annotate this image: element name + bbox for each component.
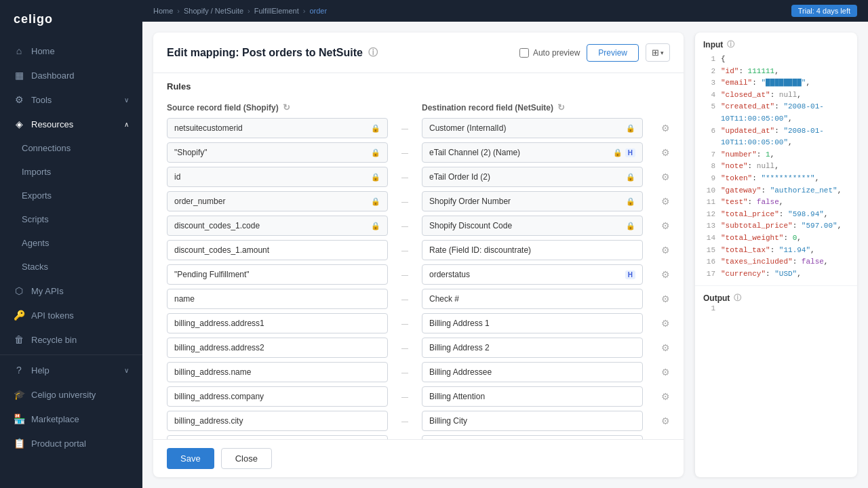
sidebar-item-exports[interactable]: Exports bbox=[0, 184, 142, 207]
trial-button[interactable]: Trial: 4 days left bbox=[791, 5, 857, 17]
gear-icon[interactable]: ⚙ bbox=[661, 123, 670, 134]
title-help-icon[interactable]: ⓘ bbox=[368, 47, 378, 59]
dest-field[interactable]: eTail Order Id (2) 🔒 bbox=[422, 167, 643, 187]
gear-icon[interactable]: ⚙ bbox=[661, 318, 670, 329]
sidebar-item-label: Recycle bin bbox=[31, 335, 77, 345]
code-content: "closed_at": null, bbox=[721, 89, 802, 102]
save-button[interactable]: Save bbox=[167, 448, 214, 469]
dest-field[interactable]: Rate (Field ID: discountrate) bbox=[422, 240, 643, 260]
output-help-icon[interactable]: ⓘ bbox=[734, 293, 741, 303]
source-field[interactable]: discount_codes_1.amount bbox=[167, 240, 388, 260]
sidebar-item-connections[interactable]: Connections bbox=[0, 136, 142, 160]
dest-field[interactable]: Shopify Discount Code 🔒 bbox=[422, 216, 643, 236]
close-button[interactable]: Close bbox=[221, 448, 272, 469]
sidebar-item-api-tokens[interactable]: 🔑 API tokens bbox=[0, 303, 142, 327]
gear-icon[interactable]: ⚙ bbox=[661, 391, 670, 402]
dest-field[interactable]: Billing Attention bbox=[422, 386, 643, 407]
source-field[interactable]: billing_address.address1 bbox=[167, 313, 388, 333]
source-field[interactable]: billing_address.city bbox=[167, 411, 388, 431]
dest-field-text: eTail Order Id (2) bbox=[429, 172, 490, 182]
line-number: 14 bbox=[703, 232, 715, 245]
gear-icon[interactable]: ⚙ bbox=[661, 367, 670, 378]
source-field[interactable]: billing_address.company bbox=[167, 386, 388, 407]
dest-refresh-icon[interactable]: ↻ bbox=[557, 102, 565, 113]
sidebar-item-product-portal[interactable]: 📋 Product portal bbox=[0, 431, 142, 455]
table-row: billing_address.address1 — Billing Addre… bbox=[167, 313, 670, 333]
gear-icon[interactable]: ⚙ bbox=[661, 293, 670, 304]
source-field[interactable]: discount_codes_1.code 🔒 bbox=[167, 216, 388, 236]
table-row: billing_address.address2 — Billing Addre… bbox=[167, 338, 670, 358]
table-row: billing_address.name — Billing Addressee… bbox=[167, 362, 670, 382]
sidebar-item-scripts[interactable]: Scripts bbox=[0, 207, 142, 231]
marketplace-icon: 🏪 bbox=[14, 413, 24, 424]
source-field-text: "Pending Fulfillment" bbox=[174, 270, 250, 279]
source-field[interactable]: order_number 🔒 bbox=[167, 191, 388, 211]
gear-icon[interactable]: ⚙ bbox=[661, 147, 670, 158]
source-refresh-icon[interactable]: ↻ bbox=[283, 102, 290, 113]
topbar: Home › Shopify / NetSuite › FulfillEleme… bbox=[142, 0, 868, 22]
dest-field[interactable]: orderstatus H bbox=[422, 264, 643, 285]
sidebar: celigo ⌂ Home ▦ Dashboard ⚙ Tools ∨ ◈ Re… bbox=[0, 0, 142, 488]
dest-field[interactable]: Billing Address 1 bbox=[422, 313, 643, 333]
sidebar-item-marketplace[interactable]: 🏪 Marketplace bbox=[0, 407, 142, 431]
code-content: "gateway": "authorize_net", bbox=[721, 185, 842, 197]
breadcrumb-sep: › bbox=[177, 7, 180, 15]
gear-icon[interactable]: ⚙ bbox=[661, 415, 670, 426]
auto-preview-toggle[interactable]: Auto preview bbox=[519, 48, 580, 58]
preview-button[interactable]: Preview bbox=[587, 44, 639, 62]
lock-icon: 🔒 bbox=[626, 222, 635, 230]
dest-field-text: eTail Channel (2) (Name) bbox=[429, 148, 520, 157]
source-field[interactable]: id 🔒 bbox=[167, 167, 388, 187]
gear-icon[interactable]: ⚙ bbox=[661, 269, 670, 280]
gear-icon[interactable]: ⚙ bbox=[661, 245, 670, 256]
dest-field[interactable]: eTail Channel (2) (Name) 🔒 H bbox=[422, 142, 643, 163]
gear-icon[interactable]: ⚙ bbox=[661, 342, 670, 353]
source-field[interactable]: name bbox=[167, 289, 388, 309]
sidebar-item-resources[interactable]: ◈ Resources ∧ bbox=[0, 112, 142, 136]
sidebar-item-stacks[interactable]: Stacks bbox=[0, 255, 142, 279]
sidebar-item-dashboard[interactable]: ▦ Dashboard bbox=[0, 63, 142, 87]
sidebar-divider bbox=[0, 354, 142, 355]
sidebar-item-label: API tokens bbox=[31, 310, 74, 321]
field-actions: ⚙ bbox=[643, 269, 670, 280]
sidebar-item-home[interactable]: ⌂ Home bbox=[0, 39, 142, 63]
sidebar-item-my-apis[interactable]: ⬡ My APIs bbox=[0, 279, 142, 303]
layout-button[interactable]: ⊞ ▾ bbox=[646, 43, 670, 62]
dest-header-text: Destination record field (NetSuite) bbox=[422, 103, 553, 113]
field-actions: ⚙ bbox=[643, 293, 670, 304]
sidebar-item-celigo-university[interactable]: 🎓 Celigo university bbox=[0, 382, 142, 407]
field-connector: — bbox=[388, 198, 422, 205]
dest-field[interactable]: Customer (InternalId) 🔒 bbox=[422, 118, 643, 138]
gear-icon[interactable]: ⚙ bbox=[661, 196, 670, 207]
dest-field[interactable]: Check # bbox=[422, 289, 643, 309]
sidebar-item-agents[interactable]: Agents bbox=[0, 231, 142, 255]
source-field[interactable]: billing_address.address2 bbox=[167, 338, 388, 358]
source-field[interactable]: billing_address.name bbox=[167, 362, 388, 382]
sidebar-item-recycle-bin[interactable]: 🗑 Recycle bin bbox=[0, 327, 142, 352]
auto-preview-checkbox[interactable] bbox=[519, 48, 529, 58]
dest-field[interactable]: Billing Addressee bbox=[422, 362, 643, 382]
gear-icon[interactable]: ⚙ bbox=[661, 220, 670, 231]
dest-field[interactable]: Billing City bbox=[422, 411, 643, 431]
breadcrumb-sep: › bbox=[303, 7, 306, 15]
lock-icon: 🔒 bbox=[371, 173, 380, 182]
breadcrumb-integration[interactable]: Shopify / NetSuite bbox=[184, 7, 243, 15]
mapping-rows-container: netsuitecustomerid 🔒 — Customer (Interna… bbox=[167, 118, 670, 439]
line-number: 12 bbox=[703, 209, 715, 221]
sidebar-item-imports[interactable]: Imports bbox=[0, 160, 142, 184]
source-field[interactable]: "Pending Fulfillment" bbox=[167, 264, 388, 285]
api-icon: ⬡ bbox=[14, 285, 24, 296]
gear-icon[interactable]: ⚙ bbox=[661, 171, 670, 182]
input-help-icon[interactable]: ⓘ bbox=[727, 39, 734, 49]
dest-field[interactable]: Shopify Order Number 🔒 bbox=[422, 191, 643, 211]
source-field[interactable]: "Shopify" 🔒 bbox=[167, 142, 388, 163]
sidebar-item-tools[interactable]: ⚙ Tools ∨ bbox=[0, 87, 142, 112]
line-number: 15 bbox=[703, 245, 715, 257]
table-row: discount_codes_1.code 🔒 — Shopify Discou… bbox=[167, 216, 670, 236]
source-field[interactable]: netsuitecustomerid 🔒 bbox=[167, 118, 388, 138]
sidebar-item-help[interactable]: ? Help ∨ bbox=[0, 358, 142, 382]
breadcrumb-home[interactable]: Home bbox=[153, 7, 173, 15]
breadcrumb-flow[interactable]: FulfillElement bbox=[254, 7, 299, 15]
table-row: "Pending Fulfillment" — orderstatus H ⚙ bbox=[167, 264, 670, 285]
dest-field[interactable]: Billing Address 2 bbox=[422, 338, 643, 358]
